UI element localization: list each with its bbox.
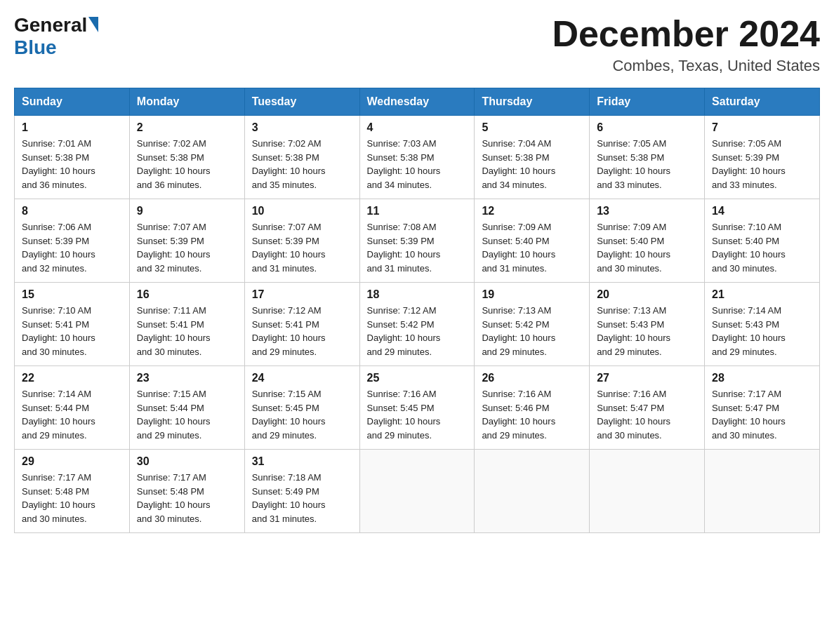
day-number: 14 [712,205,812,217]
daylight-text: Daylight: 10 hours [597,249,670,260]
day-number: 5 [482,121,582,134]
weekday-header-saturday: Saturday [705,88,820,116]
day-info: Sunrise: 7:13 AMSunset: 5:42 PMDaylight:… [482,304,582,358]
daylight-text: Daylight: 10 hours [22,333,95,343]
daylight-text: Daylight: 10 hours [137,499,211,510]
day-info: Sunrise: 7:05 AMSunset: 5:39 PMDaylight:… [712,137,812,192]
daylight-minutes-text: and 29 minutes. [712,347,777,357]
sunset-text: Sunset: 5:43 PM [712,319,779,330]
daylight-minutes-text: and 29 minutes. [367,430,432,441]
logo: General Blue [14,14,98,59]
day-info: Sunrise: 7:14 AMSunset: 5:43 PMDaylight:… [712,304,812,358]
daylight-minutes-text: and 35 minutes. [252,180,317,190]
daylight-minutes-text: and 29 minutes. [482,347,547,357]
weekday-header-row: SundayMondayTuesdayWednesdayThursdayFrid… [15,88,820,116]
sunrise-text: Sunrise: 7:16 AM [482,389,551,399]
calendar-day-cell: 12Sunrise: 7:09 AMSunset: 5:40 PMDayligh… [475,199,590,283]
day-number: 22 [22,372,122,384]
day-number: 16 [137,288,237,301]
daylight-minutes-text: and 36 minutes. [137,180,202,190]
day-number: 2 [137,121,237,134]
sunset-text: Sunset: 5:42 PM [367,319,435,330]
day-number: 23 [137,372,237,384]
sunset-text: Sunset: 5:39 PM [22,236,89,246]
calendar-day-cell: 6Sunrise: 7:05 AMSunset: 5:38 PMDaylight… [590,116,705,199]
day-info: Sunrise: 7:18 AMSunset: 5:49 PMDaylight:… [252,471,352,525]
sunrise-text: Sunrise: 7:08 AM [367,222,437,232]
day-info: Sunrise: 7:15 AMSunset: 5:44 PMDaylight:… [137,387,237,442]
sunset-text: Sunset: 5:44 PM [22,403,89,413]
daylight-text: Daylight: 10 hours [22,249,95,260]
calendar-day-cell: 21Sunrise: 7:14 AMSunset: 5:43 PMDayligh… [705,283,820,366]
day-info: Sunrise: 7:02 AMSunset: 5:38 PMDaylight:… [137,137,237,192]
sunrise-text: Sunrise: 7:17 AM [22,472,91,483]
weekday-header-thursday: Thursday [475,88,590,116]
daylight-minutes-text: and 31 minutes. [367,263,432,274]
sunset-text: Sunset: 5:45 PM [252,403,319,413]
daylight-minutes-text: and 29 minutes. [252,430,317,441]
day-info: Sunrise: 7:17 AMSunset: 5:48 PMDaylight:… [137,471,237,525]
daylight-text: Daylight: 10 hours [22,166,95,176]
sunrise-text: Sunrise: 7:12 AM [252,305,322,316]
calendar-day-cell [705,450,820,533]
day-number: 12 [482,205,582,217]
weekday-header-tuesday: Tuesday [244,88,359,116]
daylight-text: Daylight: 10 hours [137,416,211,427]
logo-blue-part [87,18,98,32]
day-info: Sunrise: 7:16 AMSunset: 5:45 PMDaylight:… [367,387,468,442]
calendar-day-cell: 14Sunrise: 7:10 AMSunset: 5:40 PMDayligh… [705,199,820,283]
calendar-day-cell: 1Sunrise: 7:01 AMSunset: 5:38 PMDaylight… [15,116,130,199]
sunset-text: Sunset: 5:41 PM [252,319,319,330]
location-text: Combes, Texas, United States [552,57,820,75]
sunrise-text: Sunrise: 7:03 AM [367,138,437,149]
sunset-text: Sunset: 5:38 PM [597,152,664,163]
calendar-day-cell: 19Sunrise: 7:13 AMSunset: 5:42 PMDayligh… [475,283,590,366]
weekday-header-sunday: Sunday [15,88,130,116]
weekday-header-friday: Friday [590,88,705,116]
daylight-text: Daylight: 10 hours [712,166,786,176]
daylight-minutes-text: and 30 minutes. [22,347,87,357]
sunrise-text: Sunrise: 7:02 AM [252,138,322,149]
sunset-text: Sunset: 5:38 PM [22,152,89,163]
sunrise-text: Sunrise: 7:06 AM [22,222,91,232]
calendar-week-row: 1Sunrise: 7:01 AMSunset: 5:38 PMDaylight… [15,116,820,199]
sunrise-text: Sunrise: 7:18 AM [252,472,322,483]
sunrise-text: Sunrise: 7:13 AM [482,305,551,316]
day-info: Sunrise: 7:05 AMSunset: 5:38 PMDaylight:… [597,137,697,192]
day-info: Sunrise: 7:02 AMSunset: 5:38 PMDaylight:… [252,137,352,192]
daylight-minutes-text: and 30 minutes. [597,430,662,441]
daylight-minutes-text: and 30 minutes. [137,514,202,524]
day-info: Sunrise: 7:11 AMSunset: 5:41 PMDaylight:… [137,304,237,358]
daylight-text: Daylight: 10 hours [712,249,786,260]
daylight-text: Daylight: 10 hours [252,416,326,427]
daylight-text: Daylight: 10 hours [22,416,95,427]
calendar-day-cell: 13Sunrise: 7:09 AMSunset: 5:40 PMDayligh… [590,199,705,283]
daylight-text: Daylight: 10 hours [252,499,326,510]
day-number: 21 [712,288,812,301]
daylight-text: Daylight: 10 hours [367,416,441,427]
calendar-day-cell [590,450,705,533]
sunrise-text: Sunrise: 7:04 AM [482,138,551,149]
day-number: 25 [367,372,468,384]
day-info: Sunrise: 7:04 AMSunset: 5:38 PMDaylight:… [482,137,582,192]
weekday-header-wednesday: Wednesday [359,88,475,116]
daylight-text: Daylight: 10 hours [597,416,670,427]
daylight-minutes-text: and 29 minutes. [252,347,317,357]
daylight-minutes-text: and 29 minutes. [137,430,202,441]
calendar-day-cell: 16Sunrise: 7:11 AMSunset: 5:41 PMDayligh… [129,283,244,366]
daylight-minutes-text: and 29 minutes. [482,430,547,441]
day-info: Sunrise: 7:07 AMSunset: 5:39 PMDaylight:… [252,220,352,275]
title-area: December 2024 Combes, Texas, United Stat… [552,14,820,75]
sunrise-text: Sunrise: 7:05 AM [712,138,781,149]
day-info: Sunrise: 7:09 AMSunset: 5:40 PMDaylight:… [482,220,582,275]
calendar-day-cell: 4Sunrise: 7:03 AMSunset: 5:38 PMDaylight… [359,116,475,199]
daylight-minutes-text: and 30 minutes. [712,430,777,441]
sunset-text: Sunset: 5:47 PM [597,403,664,413]
sunset-text: Sunset: 5:47 PM [712,403,779,413]
calendar-day-cell: 15Sunrise: 7:10 AMSunset: 5:41 PMDayligh… [15,283,130,366]
daylight-text: Daylight: 10 hours [367,249,441,260]
day-number: 3 [252,121,352,134]
day-number: 28 [712,372,812,384]
day-info: Sunrise: 7:15 AMSunset: 5:45 PMDaylight:… [252,387,352,442]
daylight-minutes-text: and 30 minutes. [597,263,662,274]
